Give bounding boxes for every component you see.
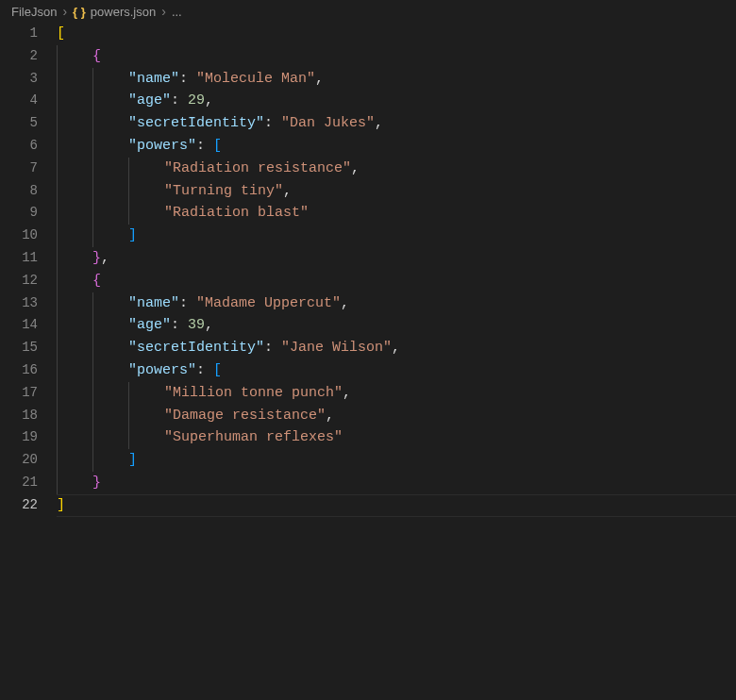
indent-guide — [57, 314, 75, 337]
line-number: 3 — [13, 68, 38, 91]
code-line[interactable]: "Radiation resistance", — [57, 158, 736, 180]
line-number: 21 — [13, 472, 38, 494]
line-number: 10 — [13, 225, 38, 247]
indent-guide — [57, 270, 75, 292]
code-line[interactable]: }, — [57, 247, 736, 270]
indent-space — [110, 68, 128, 91]
token-number: 39 — [188, 317, 205, 333]
token-punct: , — [326, 408, 334, 424]
line-number: 20 — [13, 449, 38, 472]
indent-space — [110, 426, 128, 449]
line-content: "Radiation resistance", — [164, 158, 360, 180]
line-number: 7 — [13, 158, 38, 180]
indent-space — [75, 180, 92, 203]
indent-space — [75, 45, 92, 68]
chevron-right-icon: › — [62, 4, 67, 19]
indent-guide — [128, 158, 146, 180]
line-number: 11 — [13, 247, 38, 270]
indent-guide — [128, 180, 146, 203]
line-content: } — [92, 472, 101, 494]
token-string: "Superhuman reflexes" — [164, 429, 343, 445]
token-punct: , — [101, 250, 109, 266]
indent-guide — [57, 405, 75, 427]
code-line[interactable]: } — [57, 472, 736, 494]
token-punct-bracket0: ] — [57, 497, 65, 513]
token-string: "Molecule Man" — [196, 71, 315, 87]
code-line[interactable]: "Million tonne punch", — [57, 382, 736, 405]
indent-guide — [92, 359, 110, 382]
code-line[interactable]: "Superhuman reflexes" — [57, 426, 736, 449]
indent-guide — [92, 180, 110, 203]
code-editor[interactable]: 12345678910111213141516171819202122 [{"n… — [0, 23, 736, 700]
indent-guide — [92, 202, 110, 225]
token-punct: , — [205, 317, 213, 333]
token-key: "powers" — [128, 362, 196, 378]
code-line[interactable]: ] — [57, 225, 736, 247]
token-punct-bracket1: { — [92, 273, 101, 289]
indent-space — [75, 158, 92, 180]
code-line[interactable]: [ — [57, 23, 736, 45]
breadcrumb-item-file[interactable]: { } powers.json — [73, 5, 156, 19]
indent-guide — [92, 90, 110, 112]
code-line[interactable]: "age": 29, — [57, 90, 736, 112]
indent-space — [110, 359, 128, 382]
token-punct-bracket0: [ — [57, 25, 65, 42]
line-number: 9 — [13, 202, 38, 225]
line-number: 18 — [13, 405, 38, 427]
indent-guide — [128, 382, 146, 405]
code-line[interactable]: "secretIdentity": "Jane Wilson", — [57, 337, 736, 359]
code-line[interactable]: "Damage resistance", — [57, 405, 736, 427]
indent-space — [75, 382, 92, 405]
indent-guide — [128, 405, 146, 427]
indent-guide — [92, 405, 110, 427]
line-content: [ — [57, 23, 65, 45]
indent-guide — [57, 449, 75, 472]
code-line[interactable]: "name": "Madame Uppercut", — [57, 292, 736, 315]
token-string: "Turning tiny" — [164, 183, 283, 199]
code-line[interactable]: { — [57, 45, 736, 68]
token-punct: : — [171, 92, 188, 108]
indent-guide — [128, 426, 146, 449]
indent-space — [110, 405, 128, 427]
indent-space — [110, 449, 128, 472]
indent-space — [75, 247, 92, 270]
breadcrumb-item-folder[interactable]: FileJson — [11, 5, 57, 19]
token-punct: : — [179, 295, 196, 311]
chevron-right-icon: › — [161, 4, 166, 19]
indent-guide — [57, 202, 75, 225]
indent-space — [110, 202, 128, 225]
line-content: "Radiation blast" — [164, 202, 309, 225]
indent-guide — [57, 68, 75, 91]
indent-space — [75, 202, 92, 225]
indent-guide — [92, 337, 110, 359]
breadcrumb-label: ... — [172, 5, 182, 19]
line-content: "secretIdentity": "Jane Wilson", — [128, 337, 400, 359]
code-line[interactable]: ] — [57, 449, 736, 472]
token-punct: : — [196, 138, 213, 154]
breadcrumb-label: FileJson — [11, 5, 57, 19]
indent-guide — [57, 247, 75, 270]
indent-guide — [92, 135, 110, 158]
code-line[interactable]: { — [57, 270, 736, 292]
line-content: { — [92, 270, 101, 292]
indent-space — [110, 180, 128, 203]
code-line[interactable]: "powers": [ — [57, 135, 736, 158]
token-punct: , — [351, 160, 360, 176]
code-line[interactable]: "powers": [ — [57, 359, 736, 382]
indent-space — [75, 314, 92, 337]
code-line[interactable]: "age": 39, — [57, 314, 736, 337]
code-line[interactable]: "Turning tiny", — [57, 180, 736, 203]
indent-space — [146, 158, 164, 180]
line-content: "age": 39, — [128, 314, 213, 337]
line-number: 6 — [13, 135, 38, 158]
code-line[interactable]: ] — [57, 494, 736, 517]
breadcrumb-item-more[interactable]: ... — [172, 5, 182, 19]
code-line[interactable]: "secretIdentity": "Dan Jukes", — [57, 112, 736, 135]
code-line[interactable]: "name": "Molecule Man", — [57, 68, 736, 91]
token-key: "powers" — [128, 138, 196, 154]
code-area[interactable]: [{"name": "Molecule Man","age": 29,"secr… — [57, 23, 736, 700]
indent-guide — [92, 68, 110, 91]
code-line[interactable]: "Radiation blast" — [57, 202, 736, 225]
token-string: "Radiation resistance" — [164, 160, 351, 176]
token-punct: , — [283, 183, 292, 199]
